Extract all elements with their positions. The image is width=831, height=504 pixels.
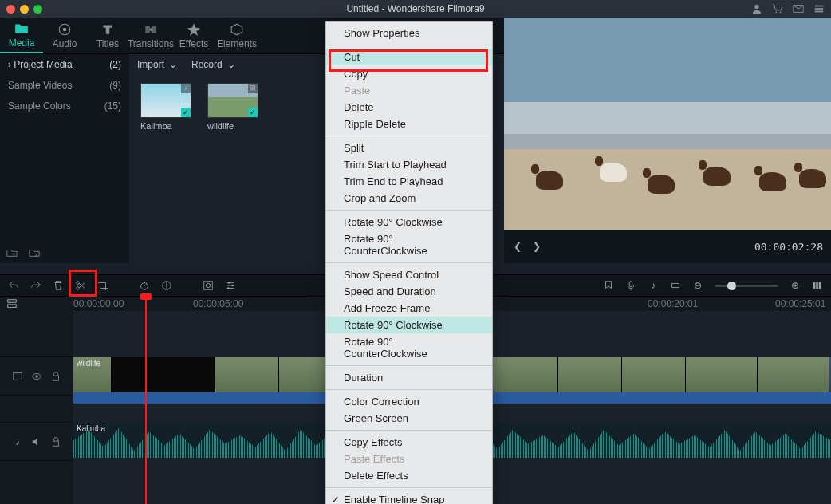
sidebar-item-sample-videos[interactable]: Sample Videos(9) xyxy=(0,75,129,96)
menu-item-delete-effects[interactable]: Delete Effects xyxy=(326,467,492,484)
voice-icon[interactable] xyxy=(625,280,636,291)
cut-highlight xyxy=(329,49,488,72)
speed-icon[interactable] xyxy=(139,280,150,291)
close-window-button[interactable] xyxy=(6,5,15,14)
media-sidebar: › Project Media(2) Sample Videos(9) Samp… xyxy=(0,54,129,263)
menu-item-enable-timeline-snap[interactable]: Enable Timeline Snap xyxy=(326,491,492,504)
audio-badge-icon: ♪ xyxy=(181,84,191,93)
sidebar-item-sample-colors[interactable]: Sample Colors(15) xyxy=(0,96,129,116)
media-thumb-wildlife[interactable]: ⊞✓ wildlife xyxy=(207,83,258,131)
audio-track-header[interactable]: ♪ xyxy=(0,423,73,461)
menu-item-rotate-90-clockwise[interactable]: Rotate 90° Clockwise xyxy=(326,317,492,333)
minimize-window-button[interactable] xyxy=(20,5,29,14)
tab-audio[interactable]: Audio xyxy=(43,18,86,53)
video-track-header[interactable] xyxy=(0,357,73,396)
green-screen-icon[interactable] xyxy=(203,280,214,291)
menu-item-green-screen[interactable]: Green Screen xyxy=(326,410,492,427)
svg-rect-32 xyxy=(53,376,59,380)
maximize-window-button[interactable] xyxy=(33,5,42,14)
menu-item-rotate-90-counterclockwise[interactable]: Rotate 90° CounterClockwise xyxy=(326,230,492,259)
svg-rect-24 xyxy=(813,282,816,289)
titles-icon xyxy=(100,22,115,37)
folder-icon xyxy=(14,22,29,36)
zoom-out-icon[interactable]: ⊖ xyxy=(692,280,703,291)
sidebar-item-project-media[interactable]: › Project Media(2) xyxy=(0,54,129,75)
preview-timecode: 00:00:02:28 xyxy=(754,241,823,253)
svg-point-31 xyxy=(35,375,38,378)
crop-icon[interactable] xyxy=(97,280,108,291)
cart-icon[interactable] xyxy=(772,3,783,14)
menu-item-copy-effects[interactable]: Copy Effects xyxy=(326,434,492,451)
import-button[interactable]: Import⌄ xyxy=(137,59,177,70)
new-folder-icon[interactable] xyxy=(6,247,18,258)
svg-rect-4 xyxy=(815,6,824,7)
context-menu: Show PropertiesCutCopyPasteDeleteRipple … xyxy=(325,21,493,504)
menu-item-paste-effects: Paste Effects xyxy=(326,451,492,467)
track-manager-icon[interactable] xyxy=(6,298,18,309)
playhead[interactable] xyxy=(145,297,147,504)
transitions-icon xyxy=(144,22,158,37)
eye-icon[interactable] xyxy=(31,371,42,382)
mixer-icon[interactable]: ♪ xyxy=(648,280,659,291)
menu-item-delete[interactable]: Delete xyxy=(326,99,492,116)
svg-rect-17 xyxy=(204,282,213,290)
speaker-icon[interactable] xyxy=(31,436,42,447)
media-thumb-kalimba[interactable]: ♪✓ Kalimba xyxy=(140,83,191,131)
svg-point-20 xyxy=(231,285,234,287)
svg-point-2 xyxy=(780,12,782,14)
check-icon: ✓ xyxy=(248,108,258,117)
tab-elements[interactable]: Elements xyxy=(215,18,258,53)
prev-frame-icon[interactable]: ❮ xyxy=(512,241,523,252)
boundary-icon[interactable] xyxy=(670,280,681,291)
svg-point-18 xyxy=(206,283,210,287)
menu-item-rotate-90-clockwise[interactable]: Rotate 90° Clockwise xyxy=(326,214,492,230)
color-icon[interactable] xyxy=(161,280,172,291)
svg-point-1 xyxy=(775,12,777,14)
menu-item-show-speed-control[interactable]: Show Speed Control xyxy=(326,266,492,283)
tab-effects[interactable]: Effects xyxy=(172,18,215,53)
svg-rect-26 xyxy=(819,282,821,289)
menu-item-ripple-delete[interactable]: Ripple Delete xyxy=(326,116,492,132)
tab-titles[interactable]: Titles xyxy=(86,18,129,53)
delete-folder-icon[interactable] xyxy=(29,247,40,258)
settings-icon[interactable] xyxy=(813,3,825,14)
menu-item-color-correction[interactable]: Color Correction xyxy=(326,393,492,410)
menu-item-show-properties[interactable]: Show Properties xyxy=(326,25,492,41)
lock-icon[interactable] xyxy=(50,371,61,382)
svg-rect-23 xyxy=(672,283,679,287)
menu-item-rotate-90-counterclockwise[interactable]: Rotate 90° CounterClockwise xyxy=(326,333,492,362)
svg-rect-29 xyxy=(14,372,22,380)
menu-item-add-freeze-frame[interactable]: Add Freeze Frame xyxy=(326,300,492,317)
tab-transitions[interactable]: Transitions xyxy=(129,18,172,53)
effects-icon xyxy=(187,22,201,37)
svg-rect-33 xyxy=(53,441,59,446)
titlebar: Untitled - Wondershare Filmora9 xyxy=(0,0,831,18)
menu-item-split[interactable]: Split xyxy=(326,140,492,156)
svg-rect-6 xyxy=(815,11,824,13)
menu-item-trim-end-to-playhead[interactable]: Trim End to Playhead xyxy=(326,173,492,190)
menu-item-crop-and-zoom[interactable]: Crop and Zoom xyxy=(326,190,492,207)
user-icon[interactable] xyxy=(751,3,762,14)
tab-media[interactable]: Media xyxy=(0,18,43,53)
redo-icon[interactable] xyxy=(30,280,41,291)
next-frame-icon[interactable]: ❯ xyxy=(531,241,542,252)
zoom-fit-icon[interactable] xyxy=(812,280,823,291)
undo-icon[interactable] xyxy=(8,280,19,291)
svg-rect-27 xyxy=(8,300,17,303)
menu-item-trim-start-to-playhead[interactable]: Trim Start to Playhead xyxy=(326,156,492,173)
svg-point-8 xyxy=(63,27,67,31)
record-button[interactable]: Record⌄ xyxy=(191,59,235,70)
zoom-slider[interactable] xyxy=(715,285,778,287)
svg-point-19 xyxy=(228,282,230,284)
menu-item-duration[interactable]: Duration xyxy=(326,369,492,386)
split-highlight xyxy=(69,270,97,297)
delete-icon[interactable] xyxy=(53,280,64,291)
mail-icon[interactable] xyxy=(793,3,804,14)
adjust-icon[interactable] xyxy=(225,280,236,291)
lock-icon[interactable] xyxy=(50,436,61,447)
marker-icon[interactable] xyxy=(603,280,614,291)
preview-viewport[interactable] xyxy=(504,18,831,230)
zoom-in-icon[interactable]: ⊕ xyxy=(790,280,801,291)
window-traffic-lights xyxy=(6,5,42,14)
menu-item-speed-and-duration[interactable]: Speed and Duration xyxy=(326,283,492,300)
